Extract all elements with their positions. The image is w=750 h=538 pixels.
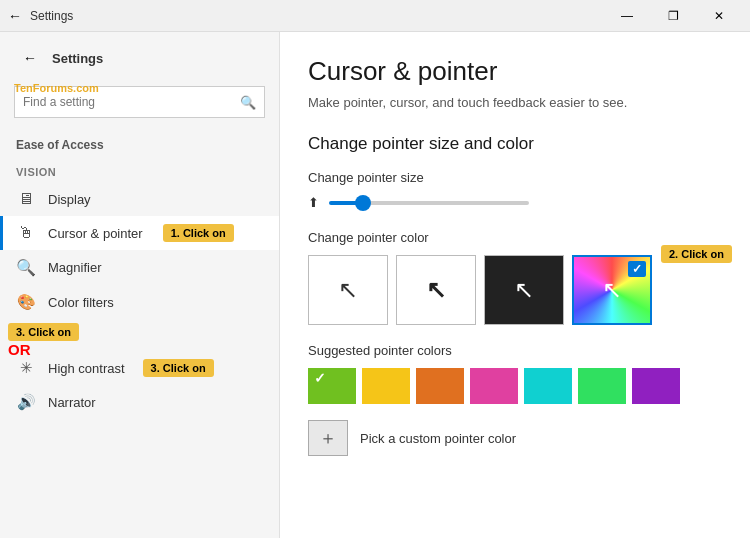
- cursor-black-fill-icon: ↖: [514, 276, 534, 304]
- cursor-black-outline-icon: ↖: [426, 276, 446, 304]
- display-icon: 🖥: [16, 190, 36, 208]
- pointer-color-custom[interactable]: ✓ ↖: [572, 255, 652, 325]
- add-color-button[interactable]: ＋: [308, 420, 348, 456]
- suggested-colors-label: Suggested pointer colors: [308, 343, 722, 358]
- swatch-light-green[interactable]: [578, 368, 626, 404]
- step1-annotation: 1. Click on: [163, 224, 234, 242]
- sidebar-back-button[interactable]: ←: [16, 44, 44, 72]
- back-arrow-icon: ←: [8, 8, 22, 24]
- narrator-icon: 🔊: [16, 393, 36, 411]
- custom-color-checkmark: ✓: [628, 261, 646, 277]
- pointer-color-options: ↖ ↖ ↖ ✓ ↖: [308, 255, 652, 325]
- title-bar-nav: ← Settings: [8, 8, 73, 24]
- sidebar-section-label: Ease of Access: [0, 128, 279, 158]
- magnifier-icon: 🔍: [16, 258, 36, 277]
- search-box: 🔍: [14, 86, 265, 118]
- pointer-size-slider[interactable]: [329, 201, 529, 205]
- page-title: Cursor & pointer: [308, 56, 722, 87]
- sidebar-item-display-label: Display: [48, 192, 91, 207]
- close-button[interactable]: ✕: [696, 0, 742, 32]
- app-body: ← Settings TenForums.com 🔍 Ease of Acces…: [0, 32, 750, 538]
- swatch-pink[interactable]: [470, 368, 518, 404]
- sidebar-item-high-contrast-label: High contrast: [48, 361, 125, 376]
- pointer-size-slider-wrap: ⬆: [308, 195, 722, 210]
- section-title: Change pointer size and color: [308, 134, 722, 154]
- sidebar-item-color-filters[interactable]: 🎨 Color filters 3. Click on OR: [0, 285, 279, 319]
- step3a-annotation: 3. Click on: [8, 323, 79, 341]
- custom-color-row: ＋ Pick a custom pointer color: [308, 420, 722, 456]
- or-annotation: OR: [8, 341, 31, 358]
- swatch-cyan[interactable]: [524, 368, 572, 404]
- sidebar-item-cursor[interactable]: 🖱 Cursor & pointer 1. Click on: [0, 216, 279, 250]
- cursor-small-icon: ⬆: [308, 195, 319, 210]
- title-bar: ← Settings — ❐ ✕: [0, 0, 750, 32]
- swatch-orange[interactable]: [416, 368, 464, 404]
- cursor-white-icon: ↖: [338, 276, 358, 304]
- step2-annotation: 2. Click on: [661, 245, 732, 263]
- high-contrast-icon: ✳: [16, 359, 36, 377]
- pointer-color-black-fill[interactable]: ↖: [484, 255, 564, 325]
- sidebar-item-narrator[interactable]: 🔊 Narrator: [0, 385, 279, 419]
- content-area: Cursor & pointer Make pointer, cursor, a…: [280, 32, 750, 538]
- swatch-yellow[interactable]: [362, 368, 410, 404]
- custom-color-label: Pick a custom pointer color: [360, 431, 516, 446]
- minimize-button[interactable]: —: [604, 0, 650, 32]
- suggested-colors: ✓: [308, 368, 722, 404]
- sidebar: ← Settings TenForums.com 🔍 Ease of Acces…: [0, 32, 280, 538]
- sidebar-header: ← Settings: [0, 32, 279, 80]
- pointer-size-label: Change pointer size: [308, 170, 722, 185]
- swatch-purple[interactable]: [632, 368, 680, 404]
- cursor-icon: 🖱: [16, 224, 36, 242]
- sidebar-item-display[interactable]: 🖥 Display: [0, 182, 279, 216]
- sidebar-item-cursor-label: Cursor & pointer: [48, 226, 143, 241]
- title-bar-title: Settings: [30, 9, 73, 23]
- maximize-button[interactable]: ❐: [650, 0, 696, 32]
- sidebar-app-title: Settings: [52, 51, 103, 66]
- pointer-color-white[interactable]: ↖: [308, 255, 388, 325]
- step3b-annotation: 3. Click on: [143, 359, 214, 377]
- sidebar-item-magnifier-label: Magnifier: [48, 260, 101, 275]
- page-subtitle: Make pointer, cursor, and touch feedback…: [308, 95, 722, 110]
- pointer-color-label: Change pointer color: [308, 230, 722, 245]
- sidebar-item-magnifier[interactable]: 🔍 Magnifier: [0, 250, 279, 285]
- color-filters-icon: 🎨: [16, 293, 36, 311]
- search-icon[interactable]: 🔍: [240, 95, 256, 110]
- sidebar-item-narrator-label: Narrator: [48, 395, 96, 410]
- sidebar-vision-label: Vision: [0, 158, 279, 182]
- cursor-custom-icon: ↖: [602, 276, 622, 304]
- swatch-green[interactable]: ✓: [308, 368, 356, 404]
- sidebar-item-color-filters-label: Color filters: [48, 295, 114, 310]
- search-input[interactable]: [23, 95, 240, 109]
- title-bar-controls: — ❐ ✕: [604, 0, 742, 32]
- swatch-green-check: ✓: [314, 370, 326, 386]
- pointer-color-black-outline[interactable]: ↖: [396, 255, 476, 325]
